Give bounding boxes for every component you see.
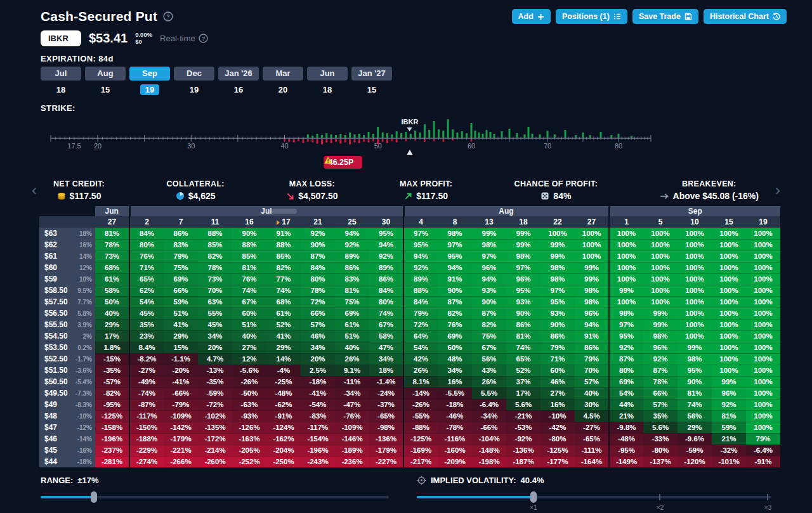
heatmap-cell[interactable]: -18% (438, 399, 472, 410)
heatmap-cell[interactable]: -54% (301, 399, 335, 410)
heatmap-cell[interactable]: -74% (129, 387, 164, 399)
heatmap-cell[interactable]: 100% (678, 330, 712, 342)
heatmap-cell[interactable]: 95% (403, 239, 438, 250)
heatmap-cell[interactable]: -33% (643, 433, 678, 445)
heatmap-cell[interactable]: -37% (369, 399, 403, 410)
heatmap-cell[interactable]: -221% (164, 445, 198, 456)
heatmap-cell[interactable]: 100% (746, 365, 780, 376)
heatmap-cell[interactable]: 91% (575, 330, 609, 342)
heatmap-cell[interactable]: 100% (746, 228, 780, 239)
heatmap-cell[interactable]: 73% (198, 273, 232, 285)
heatmap-cell[interactable]: -154% (301, 433, 335, 445)
heatmap-cell[interactable]: 27% (232, 342, 266, 353)
heatmap-cell[interactable]: -41% (301, 387, 335, 399)
heatmap-cell[interactable]: 100% (746, 353, 780, 365)
heatmap-cell[interactable]: -47% (335, 399, 369, 410)
heatmap-cell[interactable]: 100% (712, 228, 746, 239)
heatmap-cell[interactable]: 29% (164, 330, 198, 342)
heatmap-cell[interactable]: 87% (438, 296, 472, 308)
heatmap-cell[interactable]: -149% (609, 456, 643, 467)
heatmap-cell[interactable]: 55% (198, 308, 232, 319)
heatmap-cell[interactable]: 40% (575, 387, 609, 399)
heatmap-cell[interactable]: 60% (540, 365, 575, 376)
heatmap-cell[interactable]: 63% (198, 296, 232, 308)
heatmap-cell[interactable]: 100% (746, 376, 780, 387)
heatmap-cell[interactable]: 95% (678, 365, 712, 376)
heatmap-cell[interactable]: -48% (609, 433, 643, 445)
strike-row-header[interactable]: $54.502% (39, 330, 95, 342)
heatmap-cell[interactable]: 43% (472, 365, 506, 376)
expiration-option-aug[interactable]: Aug15 (85, 67, 126, 96)
heatmap-cell[interactable]: 46% (301, 330, 335, 342)
heatmap-cell[interactable]: 97% (472, 250, 506, 262)
expiration-day[interactable]: 19 (190, 85, 199, 94)
heatmap-cell[interactable]: 87% (472, 308, 506, 319)
heatmap-cell[interactable]: -11% (335, 376, 369, 387)
heatmap-cell[interactable]: -49% (129, 376, 164, 387)
heatmap-cell[interactable]: -79% (164, 399, 198, 410)
heatmap-cell[interactable]: 97% (506, 262, 540, 273)
heatmap-cell[interactable]: 45% (198, 319, 232, 330)
heatmap-cell[interactable]: -196% (95, 433, 129, 445)
heatmap-cell[interactable]: 65% (129, 273, 164, 285)
heatmap-cell[interactable]: 29% (95, 319, 129, 330)
heatmap-cell[interactable]: 99% (575, 273, 609, 285)
heatmap-cell[interactable]: 83% (164, 239, 198, 250)
heatmap-cell[interactable]: 92% (369, 250, 403, 262)
heatmap-cell[interactable]: 23% (129, 330, 164, 342)
heatmap-cell[interactable]: 5.6% (506, 399, 540, 410)
heatmap-cell[interactable]: 86% (540, 330, 575, 342)
heatmap-cell[interactable]: -1.4% (369, 376, 403, 387)
heatmap-cell[interactable]: 57% (643, 399, 678, 410)
expiration-month[interactable]: Mar (263, 67, 303, 81)
heatmap-cell[interactable]: 4.7% (198, 353, 232, 365)
heatmap-cell[interactable]: 54% (129, 296, 164, 308)
heatmap-cell[interactable]: -160% (438, 445, 472, 456)
heatmap-cell[interactable]: 69% (335, 308, 369, 319)
heatmap-cell[interactable]: -187% (506, 456, 540, 467)
heatmap-cell[interactable]: -236% (335, 456, 369, 467)
heatmap-cell[interactable]: -209% (438, 456, 472, 467)
heatmap-cell[interactable]: -158% (95, 422, 129, 433)
heatmap-cell[interactable]: -189% (335, 445, 369, 456)
heatmap-cell[interactable]: 70% (198, 285, 232, 296)
heatmap-cell[interactable]: 51% (164, 308, 198, 319)
heatmap-cell[interactable]: 29% (266, 342, 301, 353)
heatmap-cell[interactable]: 99% (506, 228, 540, 239)
heatmap-cell[interactable]: 82% (472, 319, 506, 330)
heatmap-cell[interactable]: -124% (266, 422, 301, 433)
heatmap-cell[interactable]: 100% (609, 250, 643, 262)
heatmap-cell[interactable]: -125% (403, 433, 438, 445)
heatmap-cell[interactable]: 93% (540, 308, 575, 319)
heatmap-cell[interactable]: 100% (746, 296, 780, 308)
heatmap-cell[interactable]: -274% (129, 456, 164, 467)
heatmap-cell[interactable]: -87% (129, 399, 164, 410)
heatmap-cell[interactable]: 56% (678, 410, 712, 422)
heatmap-cell[interactable]: 100% (678, 262, 712, 273)
heatmap-cell[interactable]: -59% (678, 445, 712, 456)
heatmap-cell[interactable]: 100% (746, 422, 780, 433)
heatmap-cell[interactable]: 5.5% (472, 387, 506, 399)
expiration-day[interactable]: 20 (278, 85, 287, 94)
heatmap-cell[interactable]: -80% (540, 433, 575, 445)
heatmap-cell[interactable]: -65% (575, 433, 609, 445)
heatmap-cell[interactable]: 100% (575, 228, 609, 239)
heatmap-cell[interactable]: -250% (266, 456, 301, 467)
heatmap-cell[interactable]: -177% (540, 456, 575, 467)
stats-next-chevron[interactable]: › (773, 183, 783, 198)
heatmap-cell[interactable]: -91% (746, 456, 780, 467)
heatmap-cell[interactable]: -125% (540, 445, 575, 456)
heatmap-cell[interactable]: 90% (438, 285, 472, 296)
heatmap-cell[interactable]: 99% (609, 285, 643, 296)
heatmap-cell[interactable]: 79% (575, 353, 609, 365)
heatmap-cell[interactable]: 99% (472, 228, 506, 239)
heatmap-cell[interactable]: -66% (164, 387, 198, 399)
heatmap-cell[interactable]: 80% (301, 273, 335, 285)
heatmap-cell[interactable]: 34% (301, 342, 335, 353)
strike-row-header[interactable]: $45-16% (39, 445, 95, 456)
heatmap-cell[interactable]: -21% (506, 410, 540, 422)
heatmap-cell[interactable]: 71% (540, 353, 575, 365)
heatmap-cell[interactable]: 100% (746, 308, 780, 319)
heatmap-cell[interactable]: 71% (129, 262, 164, 273)
strike-row-header[interactable]: $6318% (39, 228, 95, 239)
